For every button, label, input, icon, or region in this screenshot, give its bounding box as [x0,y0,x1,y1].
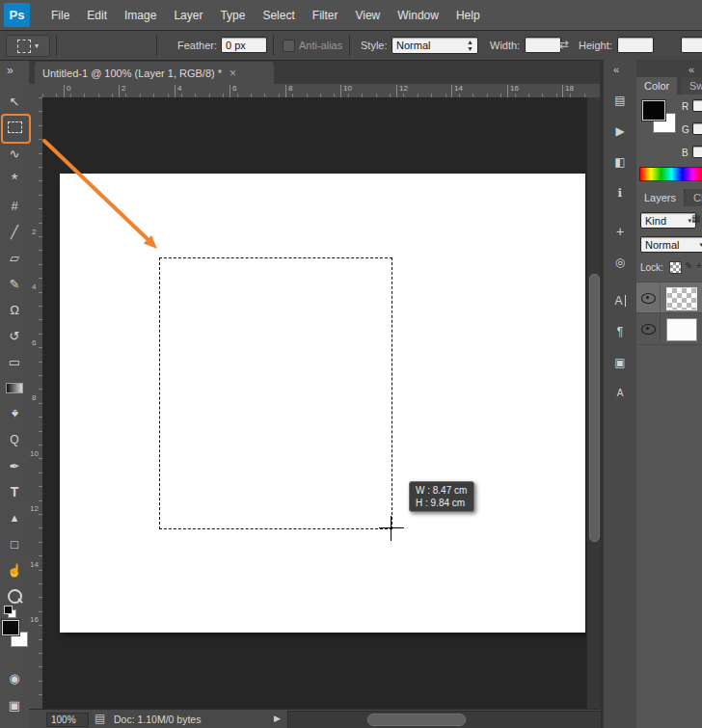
layer-comps-panel-icon[interactable]: ▣ [608,351,633,374]
dock-collapse-arrows[interactable]: « [688,64,694,75]
channels-panel-tab[interactable]: Ch [686,189,702,206]
layer-row-background[interactable] [636,312,702,345]
cropped-option-field[interactable] [681,37,702,53]
screen-mode-button[interactable]: ▣ [3,693,26,716]
status-flyout-arrow-icon[interactable]: ▶ [274,714,281,723]
kind-dropdown-arrow-icon: ▾ [684,217,691,225]
toolbar-expand-arrows[interactable]: » [7,64,14,77]
anti-alias-checkbox[interactable] [283,40,295,52]
eye-icon [641,293,656,304]
feather-input[interactable]: 0 px [221,37,267,53]
layer-filter-kind-dropdown[interactable]: Kind ▾ [640,212,696,229]
strip-collapse-arrows[interactable]: « [613,64,619,75]
menu-window[interactable]: Window [389,0,447,30]
tool-presets-panel-icon[interactable]: + [608,220,633,243]
v-ruler-number: 14 [30,561,39,569]
brush-tool[interactable]: ✎ [3,272,26,295]
actions-panel-icon[interactable]: ▶ [608,120,633,143]
menu-type[interactable]: Type [211,0,254,30]
lock-pixels-icon[interactable]: ✎ [685,260,692,271]
photoshop-window: Ps File Edit Image Layer Type Select Fil… [0,0,702,728]
info-panel-icon[interactable]: ℹ [608,181,633,204]
document-tab-close-icon[interactable]: × [230,67,236,80]
menu-items: File Edit Image Layer Type Select Filter… [42,0,489,30]
type-tool[interactable]: T [3,480,26,503]
lasso-tool[interactable]: ∿ [3,142,26,165]
pen-tool[interactable]: ✒ [3,454,26,477]
blue-value-field[interactable] [692,146,702,158]
move-tool[interactable]: ↖ [3,90,26,113]
eyedropper-tool[interactable]: ╱ [3,220,26,243]
quick-mask-button[interactable]: ◉ [3,666,26,689]
default-colors-icon[interactable] [4,606,15,617]
brush-tool-icon: ✎ [10,278,20,290]
lock-position-icon[interactable]: + [696,260,702,271]
character-styles-panel-icon[interactable]: A [608,382,633,405]
type-tool-icon: T [11,485,19,499]
history-brush-tool[interactable]: ↺ [3,324,26,347]
blur-tool[interactable]: ♠ [3,402,26,425]
magic-wand-tool[interactable]: * [3,168,26,191]
menu-image[interactable]: Image [116,0,165,30]
character-panel-icon[interactable]: A [608,289,633,312]
doc-status-icon[interactable]: ▤ [94,712,105,725]
width-input[interactable] [525,37,561,53]
v-ruler-number: 12 [30,505,39,513]
layer1-visibility-toggle[interactable] [641,293,656,304]
adjustments-panel-icon[interactable]: ◧ [608,150,633,174]
horizontal-scrollbar[interactable] [287,711,602,728]
menu-layer[interactable]: Layer [165,0,211,30]
crop-tool-icon: # [11,200,17,212]
clone-source-panel-icon[interactable]: ◎ [608,251,633,274]
gradient-tool[interactable] [3,376,26,399]
layer-row-layer1[interactable] [636,282,702,313]
color-spectrum-ramp[interactable] [639,167,702,181]
layers-panel-tab[interactable]: Layers [636,189,684,206]
hand-tool[interactable]: ☝ [3,558,26,581]
selection-size-tooltip: W : 8.47 cm H : 9.84 cm [409,481,474,512]
swap-dimensions-icon[interactable]: ⇄ [559,38,569,51]
menu-view[interactable]: View [346,0,389,30]
zoom-tool-icon [8,589,22,604]
spot-healing-brush-tool[interactable]: ▱ [3,246,26,269]
crosshair-cursor [379,516,404,541]
color-fg-swatch[interactable] [642,100,665,121]
horizontal-scrollbar-thumb[interactable] [367,714,466,726]
menu-help[interactable]: Help [447,0,489,30]
tooltip-height-row: H : 9.84 cm [416,497,468,509]
crop-tool[interactable]: # [3,194,26,217]
paragraph-panel-icon[interactable]: ¶ [608,320,633,343]
green-value-field[interactable] [692,122,702,135]
menu-filter[interactable]: Filter [304,0,347,30]
lock-transparency-icon[interactable] [669,261,682,274]
filter-pixel-layers-icon[interactable]: ▦ [691,213,700,224]
swatches-panel-tab[interactable]: Sw [682,77,702,94]
tool-preset-picker[interactable]: ▾ [6,35,50,57]
eraser-tool[interactable]: ▭ [3,350,26,373]
menu-edit[interactable]: Edit [78,0,116,30]
style-dropdown[interactable]: Normal ▲▼ [392,37,478,54]
color-panel-tab[interactable]: Color [636,77,677,94]
menu-file[interactable]: File [42,0,78,30]
height-input[interactable] [617,37,654,53]
background-visibility-toggle[interactable] [641,324,656,335]
h-ruler-number: 10 [340,85,352,97]
menu-select[interactable]: Select [254,0,303,30]
vertical-scrollbar[interactable] [586,97,601,709]
blend-mode-dropdown[interactable]: Normal ▾ [640,236,702,253]
marquee-preset-icon [17,40,31,53]
shape-tool[interactable]: □ [3,532,26,555]
dodge-tool[interactable]: Q [3,428,26,451]
histogram-panel-icon[interactable]: ▤ [608,89,633,112]
zoom-tool[interactable] [3,584,26,607]
vertical-scrollbar-thumb[interactable] [589,274,600,542]
document-tab[interactable]: Untitled-1 @ 100% (Layer 1, RGB/8) * × [35,62,274,84]
doc-size-text: Doc: 1.10M/0 bytes [114,714,201,725]
layer1-thumbnail[interactable] [666,287,697,310]
background-thumbnail[interactable] [666,318,697,341]
foreground-color-swatch[interactable] [2,620,19,635]
zoom-level-field[interactable]: 100% [46,713,89,727]
red-value-field[interactable] [692,99,702,112]
clone-stamp-tool[interactable]: Ω [3,298,26,321]
path-selection-tool[interactable]: ▲ [3,506,26,529]
